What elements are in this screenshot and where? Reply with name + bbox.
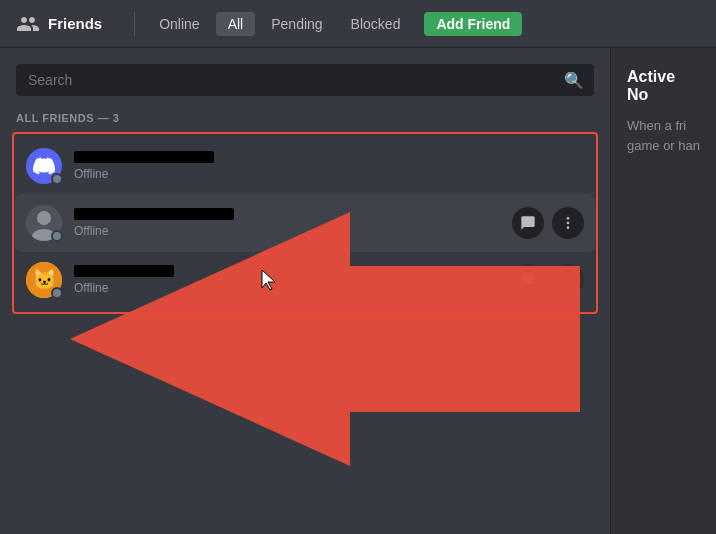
tab-online[interactable]: Online xyxy=(147,12,211,36)
search-input[interactable] xyxy=(16,64,594,96)
message-icon xyxy=(520,215,536,231)
more-button[interactable] xyxy=(552,207,584,239)
friend-actions xyxy=(512,207,584,239)
friends-icon xyxy=(16,12,40,36)
status-indicator xyxy=(51,230,63,242)
status-indicator xyxy=(51,287,63,299)
tab-all[interactable]: All xyxy=(216,12,256,36)
nav-title: Friends xyxy=(48,15,102,32)
friend-status: Offline xyxy=(74,167,584,181)
tab-blocked[interactable]: Blocked xyxy=(339,12,413,36)
friend-status: Offline xyxy=(74,224,512,238)
svg-point-1 xyxy=(37,211,51,225)
left-panel: 🔍 ALL FRIENDS — 3 xyxy=(0,48,610,534)
search-icon: 🔍 xyxy=(564,71,584,90)
svg-point-3 xyxy=(567,217,570,220)
tab-pending[interactable]: Pending xyxy=(259,12,334,36)
discord-avatar-icon xyxy=(33,155,55,177)
friend-name-redacted xyxy=(74,208,234,220)
active-now-title: Active No xyxy=(627,68,700,104)
friend-item[interactable]: Offline xyxy=(14,195,596,252)
more-button[interactable] xyxy=(552,264,584,296)
svg-point-5 xyxy=(567,226,570,229)
nav-logo: Friends xyxy=(16,12,102,36)
more-icon xyxy=(560,215,576,231)
message-button[interactable] xyxy=(512,207,544,239)
friend-item[interactable]: 🐱 Offline xyxy=(14,252,596,308)
svg-point-10 xyxy=(567,283,570,286)
svg-point-9 xyxy=(567,279,570,282)
friends-list-outlined: Offline xyxy=(12,132,598,314)
nav-divider xyxy=(134,12,135,36)
more-icon xyxy=(560,272,576,288)
friends-header: ALL FRIENDS — 3 xyxy=(0,104,610,132)
friend-actions-dimmed xyxy=(512,264,584,296)
active-now-description: When a frigame or han xyxy=(627,116,700,155)
friend-info: Offline xyxy=(74,208,512,238)
right-panel: Active No When a frigame or han xyxy=(610,48,716,534)
friend-name-redacted xyxy=(74,151,214,163)
status-indicator xyxy=(51,173,63,185)
avatar-wrapper xyxy=(26,148,62,184)
message-button[interactable] xyxy=(512,264,544,296)
svg-point-8 xyxy=(567,274,570,277)
message-icon xyxy=(520,272,536,288)
friend-name-redacted xyxy=(74,265,174,277)
friend-item[interactable]: Offline xyxy=(14,138,596,195)
nav-tabs: Online All Pending Blocked Add Friend xyxy=(147,12,522,36)
friend-status: Offline xyxy=(74,281,512,295)
add-friend-button[interactable]: Add Friend xyxy=(424,12,522,36)
top-navigation: Friends Online All Pending Blocked Add F… xyxy=(0,0,716,48)
friend-info: Offline xyxy=(74,265,512,295)
main-content: 🔍 ALL FRIENDS — 3 xyxy=(0,48,716,534)
avatar-wrapper xyxy=(26,205,62,241)
friends-list: Offline xyxy=(0,132,610,534)
search-bar-container: 🔍 xyxy=(16,64,594,96)
avatar-wrapper: 🐱 xyxy=(26,262,62,298)
friend-info: Offline xyxy=(74,151,584,181)
svg-point-4 xyxy=(567,222,570,225)
